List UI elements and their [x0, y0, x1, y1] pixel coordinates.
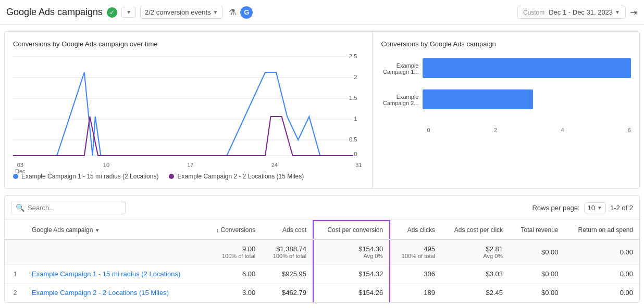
filter-icon[interactable]: ⚗	[229, 7, 236, 17]
total-ads-clicks: 495 100% of total	[390, 239, 441, 265]
header: Google Ads campaigns ✓ ▼ 2/2 conversion …	[0, 0, 644, 25]
x-axis-labels: 03Dec 10 17 24 31	[13, 162, 364, 174]
bar-wrapper-1	[423, 58, 631, 79]
table-toolbar-right: Rows per page: 10 ▼ 1-2 of 2	[532, 202, 633, 213]
col-header-ads-cost[interactable]: Ads cost	[262, 221, 313, 239]
status-dropdown[interactable]: ▼	[121, 7, 136, 18]
svg-text:0: 0	[354, 151, 357, 157]
bar-chart-container: ExampleCampaign 1... ExampleCampaign 2..…	[381, 54, 631, 125]
bar-chart-panel: Conversions by Google Ads campaign Examp…	[373, 32, 639, 188]
row-1-total-revenue: $0.00	[509, 265, 564, 284]
rows-per-page-select[interactable]: 10 ▼	[584, 202, 606, 213]
col-header-total-revenue[interactable]: Total revenue	[509, 221, 564, 239]
share-icon[interactable]: ⇥	[630, 7, 638, 18]
svg-text:1: 1	[354, 116, 357, 122]
chevron-down-icon: ▼	[597, 205, 602, 211]
svg-text:2: 2	[354, 74, 357, 80]
chevron-down-icon: ▼	[126, 9, 131, 15]
date-custom-label: Custom	[523, 9, 544, 16]
charts-section: Conversions by Google Ads campaign over …	[4, 31, 640, 189]
total-num	[5, 239, 26, 265]
row-1-num: 1	[5, 265, 26, 284]
bar-chart-title: Conversions by Google Ads campaign	[381, 40, 631, 48]
x-label-5: 31	[355, 162, 362, 174]
date-range-button[interactable]: Custom Dec 1 - Dec 31, 2023 ▼	[517, 6, 626, 19]
col-header-ads-cost-per-click[interactable]: Ads cost per click	[441, 221, 509, 239]
col-header-return-on-ad-spend[interactable]: Return on ad spend	[565, 221, 639, 239]
search-box[interactable]: 🔍	[11, 201, 126, 214]
pagination-info: 1-2 of 2	[610, 204, 633, 212]
table-row: 2 Example Campaign 2 - 2 Locations (15 M…	[5, 284, 639, 302]
row-1-ads-cost: $925.95	[262, 265, 313, 284]
search-input[interactable]	[28, 204, 121, 212]
header-right: Custom Dec 1 - Dec 31, 2023 ▼ ⇥	[517, 6, 638, 19]
total-total-revenue: $0.00	[509, 239, 564, 265]
col-header-cost-per-conversion[interactable]: Cost per conversion	[313, 221, 390, 239]
x-label-3: 17	[187, 162, 193, 174]
bar-2	[423, 89, 533, 109]
row-2-ads-cost: $462.79	[262, 284, 313, 302]
col-header-conversions[interactable]: ↓ Conversions	[204, 221, 262, 239]
chevron-down-icon: ▼	[615, 9, 620, 15]
x-label-2: 10	[103, 162, 109, 174]
col-header-ads-clicks[interactable]: Ads clicks	[390, 221, 441, 239]
row-2-cost-per-conversion: $154.26	[313, 284, 390, 302]
bar-label-1: ExampleCampaign 1...	[381, 62, 423, 75]
header-controls: ✓ ▼ 2/2 conversion events ▼ ⚗ G	[107, 6, 253, 19]
page-title: Google Ads campaigns	[6, 7, 103, 18]
chevron-down-icon: ▼	[95, 227, 100, 233]
svg-text:1.5: 1.5	[349, 95, 357, 101]
line-chart-panel: Conversions by Google Ads campaign over …	[5, 32, 373, 188]
chevron-down-icon: ▼	[213, 9, 218, 15]
row-2-ads-cost-per-click: $2.45	[441, 284, 509, 302]
line-chart-svg: 2.5 2 1.5 1 0.5 0	[13, 54, 364, 158]
sort-icon: ↓	[216, 227, 219, 233]
bar-row-2: ExampleCampaign 2...	[381, 89, 631, 110]
row-2-campaign[interactable]: Example Campaign 2 - 2 Locations (15 Mil…	[26, 284, 204, 302]
line-chart-title: Conversions by Google Ads campaign over …	[13, 40, 364, 48]
row-2-ads-clicks: 189	[390, 284, 441, 302]
bar-row-1: ExampleCampaign 1...	[381, 58, 631, 79]
row-2-conversions: 3.00	[204, 284, 262, 302]
conversion-events-dropdown[interactable]: 2/2 conversion events ▼	[140, 6, 222, 19]
status-badge: ✓	[107, 7, 117, 18]
legend-dot-2	[169, 174, 174, 179]
date-range-value: Dec 1 - Dec 31, 2023	[549, 8, 613, 16]
table-toolbar: 🔍 Rows per page: 10 ▼ 1-2 of 2	[5, 196, 639, 220]
table-header-row: Google Ads campaign ▼ ↓ Conversions Ads …	[5, 221, 639, 239]
table-section: 🔍 Rows per page: 10 ▼ 1-2 of 2 Google Ad…	[4, 195, 640, 303]
legend-dot-1	[13, 174, 18, 179]
total-campaign	[26, 239, 204, 265]
bar-wrapper-2	[423, 89, 631, 110]
total-cost-per-conversion: $154.30 Avg 0%	[313, 239, 390, 265]
total-ads-cost: $1,388.74 100% of total	[262, 239, 313, 265]
row-1-ads-cost-per-click: $3.03	[441, 265, 509, 284]
row-2-num: 2	[5, 284, 26, 302]
col-header-campaign[interactable]: Google Ads campaign ▼	[26, 221, 204, 239]
row-1-conversions: 6.00	[204, 265, 262, 284]
row-2-total-revenue: $0.00	[509, 284, 564, 302]
bar-1	[423, 58, 631, 78]
search-icon: 🔍	[16, 203, 24, 212]
conversion-events-label: 2/2 conversion events	[145, 8, 210, 16]
row-1-ads-clicks: 306	[390, 265, 441, 284]
bar-x-axis: 0 2 4 6	[427, 127, 631, 133]
svg-text:0.5: 0.5	[349, 136, 357, 143]
row-1-return-on-ad-spend: 0.00	[565, 265, 639, 284]
total-conversions: 9.00 100% of total	[204, 239, 262, 265]
line-chart-container: 2.5 2 1.5 1 0.5 0 03Dec	[13, 54, 364, 169]
data-table: Google Ads campaign ▼ ↓ Conversions Ads …	[5, 220, 639, 302]
col-header-num	[5, 221, 26, 239]
row-1-campaign[interactable]: Example Campaign 1 - 15 mi radius (2 Loc…	[26, 265, 204, 284]
x-label-1: 03Dec	[15, 162, 26, 174]
rows-per-page-label: Rows per page:	[532, 204, 579, 212]
table-row: 1 Example Campaign 1 - 15 mi radius (2 L…	[5, 265, 639, 284]
row-1-cost-per-conversion: $154.32	[313, 265, 390, 284]
total-return-on-ad-spend: 0.00	[565, 239, 639, 265]
total-ads-cost-per-click: $2.81 Avg 0%	[441, 239, 509, 265]
table-total-row: 9.00 100% of total $1,388.74 100% of tot…	[5, 239, 639, 265]
google-logo: G	[240, 6, 253, 19]
x-label-4: 24	[271, 162, 278, 174]
bar-label-2: ExampleCampaign 2...	[381, 94, 423, 106]
row-2-return-on-ad-spend: 0.00	[565, 284, 639, 302]
